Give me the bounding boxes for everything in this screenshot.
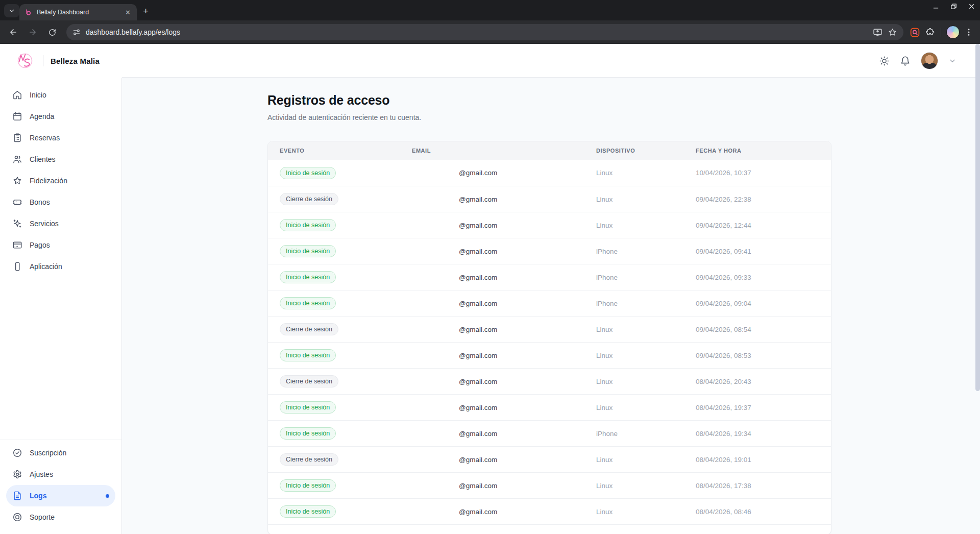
lens-extension-icon[interactable] [910, 27, 920, 38]
page-scrollbar[interactable] [975, 44, 980, 534]
event-cell: Cierre de sesión [268, 193, 412, 205]
event-cell: Cierre de sesión [268, 375, 412, 387]
event-cell: Inicio de sesión [268, 245, 412, 257]
url-bar[interactable]: dashboard.bellafy.app/es/logs [66, 24, 903, 40]
browser-tab[interactable]: Bellafy Dashboard ✕ [19, 4, 137, 20]
event-cell: Inicio de sesión [268, 167, 412, 179]
table-row: Inicio de sesión@gmail.comiPhone09/04/20… [268, 290, 831, 316]
sidebar-item-bonos[interactable]: Bonos [6, 191, 115, 213]
credit-card-icon [12, 240, 22, 250]
device-cell: Linux [596, 196, 696, 203]
sidebar-item-clientes[interactable]: Clientes [6, 149, 115, 170]
datetime-cell: 09/04/2026, 08:53 [696, 352, 831, 359]
sidebar-item-pagos[interactable]: Pagos [6, 234, 115, 256]
tab-strip: Bellafy Dashboard ✕ + [0, 0, 980, 20]
sidebar-item-fidelizacion[interactable]: Fidelización [6, 170, 115, 191]
datetime-cell: 08/04/2026, 20:43 [696, 378, 831, 385]
url-text[interactable]: dashboard.bellafy.app/es/logs [86, 28, 868, 36]
sidebar-item-logs[interactable]: Logs [6, 485, 115, 506]
sidebar-bottom-nav: SuscripciónAjustesLogsSoporte [0, 440, 121, 534]
tab-search-button[interactable] [4, 4, 19, 17]
table-row: Inicio de sesión@gmail.comiPhone09/04/20… [268, 238, 831, 264]
table-row: Inicio de sesión@gmail.comLinux08/04/202… [268, 472, 831, 498]
sparkles-icon [12, 219, 22, 229]
install-app-icon[interactable] [873, 28, 883, 37]
event-cell: Cierre de sesión [268, 323, 412, 335]
column-header-email: EMAIL [412, 148, 596, 154]
page-subtitle: Actividad de autenticación reciente en t… [267, 113, 421, 122]
event-badge: Inicio de sesión [280, 297, 336, 309]
email-cell: @gmail.com [412, 508, 596, 516]
ms-monogram-logo[interactable] [15, 51, 35, 70]
brand-name: Belleza Malia [51, 57, 100, 65]
sidebar-item-label: Suscripción [30, 449, 66, 457]
access-logs-table: EVENTO EMAIL DISPOSITIVO FECHA Y HORA In… [267, 141, 831, 534]
restore-icon[interactable] [950, 3, 957, 10]
sidebar-item-label: Fidelización [30, 177, 67, 185]
bookmark-star-icon[interactable] [888, 28, 897, 37]
sidebar-item-ajustes[interactable]: Ajustes [6, 464, 115, 485]
new-tab-button[interactable]: + [143, 6, 149, 17]
tab-close-icon[interactable]: ✕ [124, 8, 132, 17]
browser-chrome: Bellafy Dashboard ✕ + dashboard.bellafy.… [0, 0, 980, 44]
sidebar-item-suscripcion[interactable]: Suscripción [6, 442, 115, 464]
lifebuoy-icon [12, 512, 22, 522]
bell-icon [900, 56, 911, 66]
sidebar-item-agenda[interactable]: Agenda [6, 106, 115, 127]
table-row: Cierre de sesión@gmail.comLinux09/04/202… [268, 186, 831, 212]
datetime-cell: 09/04/2026, 09:04 [696, 300, 831, 307]
browser-profile-avatar[interactable] [946, 26, 960, 39]
back-button[interactable] [5, 24, 21, 40]
user-avatar[interactable] [921, 52, 938, 69]
scrollbar-thumb[interactable] [975, 44, 980, 391]
sidebar-item-reservas[interactable]: Reservas [6, 127, 115, 149]
app-header: Belleza Malia [0, 44, 980, 78]
forward-button[interactable] [24, 24, 41, 40]
theme-toggle-button[interactable] [879, 56, 890, 66]
header-actions [879, 52, 965, 69]
device-cell: Linux [596, 508, 696, 516]
chevron-down-icon [948, 57, 957, 65]
toolbar-right [910, 26, 975, 39]
sidebar-item-label: Inicio [30, 91, 46, 99]
sidebar-item-aplicacion[interactable]: Aplicación [6, 256, 115, 277]
datetime-cell: 09/04/2026, 09:41 [696, 248, 831, 255]
sidebar-item-label: Pagos [30, 241, 50, 249]
email-cell: @gmail.com [412, 222, 596, 229]
site-settings-icon[interactable] [72, 28, 81, 36]
page-title: Registros de acceso [267, 93, 389, 108]
extensions-puzzle-icon[interactable] [925, 27, 936, 37]
device-cell: Linux [596, 169, 696, 177]
sidebar-item-servicios[interactable]: Servicios [6, 213, 115, 234]
star-icon [12, 176, 22, 186]
reload-button[interactable] [44, 24, 60, 40]
datetime-cell: 08/04/2026, 17:38 [696, 482, 831, 490]
table-row: Inicio de sesión@gmail.comLinux09/04/202… [268, 342, 831, 368]
sidebar-item-label: Aplicación [30, 262, 62, 271]
menu-kebab-icon[interactable] [965, 28, 973, 36]
event-badge: Cierre de sesión [280, 375, 338, 387]
datetime-cell: 08/04/2026, 19:37 [696, 404, 831, 411]
event-badge: Inicio de sesión [280, 271, 336, 283]
profile-menu-button[interactable] [948, 57, 957, 65]
table-row: Cierre de sesión@gmail.comLinux08/04/202… [268, 368, 831, 394]
event-cell: Inicio de sesión [268, 427, 412, 440]
email-cell: @gmail.com [412, 326, 596, 333]
gear-icon [12, 469, 22, 479]
sidebar-item-inicio[interactable]: Inicio [6, 84, 115, 106]
sidebar: InicioAgendaReservasClientesFidelización… [0, 78, 122, 534]
column-header-dispositivo: DISPOSITIVO [596, 148, 696, 154]
sidebar-item-label: Servicios [30, 220, 59, 228]
sidebar-item-soporte[interactable]: Soporte [6, 506, 115, 528]
toolbar-divider [941, 28, 941, 37]
users-icon [12, 154, 22, 164]
table-row-partial [268, 524, 831, 534]
notifications-button[interactable] [900, 56, 911, 66]
sidebar-item-label: Ajustes [30, 470, 53, 478]
email-cell: @gmail.com [412, 169, 596, 177]
event-cell: Inicio de sesión [268, 505, 412, 518]
datetime-cell: 08/04/2026, 19:01 [696, 456, 831, 464]
close-icon[interactable] [968, 3, 975, 10]
email-cell: @gmail.com [412, 196, 596, 203]
minimize-icon[interactable] [933, 3, 939, 10]
